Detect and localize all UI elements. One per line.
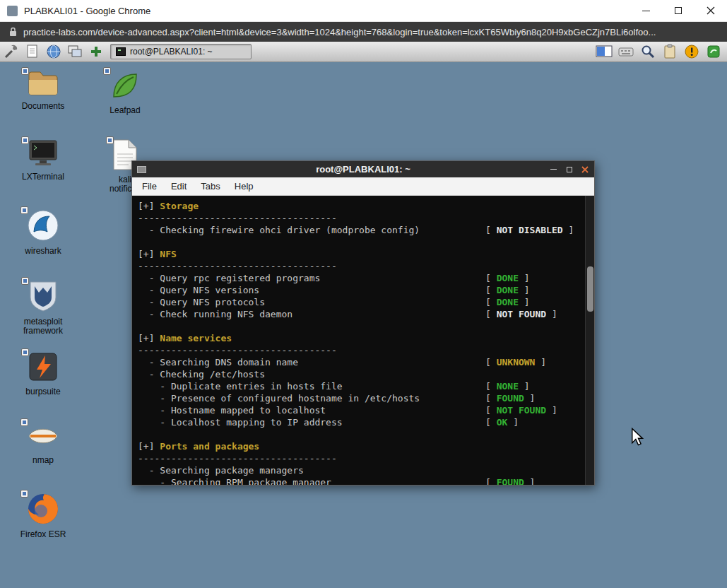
remote-desktop: root@PLABKALI01: ~ (0, 42, 727, 588)
terminal-line: [+] Name services (138, 332, 579, 344)
plus-icon[interactable] (88, 43, 105, 60)
desktop-icon-wireshark[interactable]: wireshark (11, 208, 76, 256)
clipboard-icon[interactable] (661, 43, 678, 60)
close-button[interactable] (695, 0, 727, 21)
desktop-icon-documents[interactable]: Documents (11, 69, 76, 111)
desktop-icon-label: metasploit framework (11, 317, 76, 336)
taskbar-window-button[interactable]: root@PLABKALI01: ~ (110, 44, 252, 59)
desktop-icon-leafpad[interactable]: Leafpad (93, 69, 158, 115)
eye-icon (26, 421, 60, 452)
warning-icon[interactable] (683, 43, 700, 60)
terminal-line: - Hostname mapped to localhost[ NOT FOUN… (138, 404, 579, 416)
shark-fin-icon (26, 208, 60, 242)
menu-edit[interactable]: Edit (164, 178, 194, 194)
terminal-line: - Duplicate entries in hosts file[ NONE … (138, 380, 579, 392)
shortcut-badge-icon (20, 206, 28, 214)
terminal-minimize-button[interactable] (549, 165, 558, 174)
terminal-close-button[interactable] (580, 165, 589, 174)
shortcut-badge-icon (21, 277, 29, 285)
terminal-line: ------------------------------------ (138, 260, 579, 272)
terminal-line: - Searching RPM package manager[ FOUND ] (138, 476, 579, 485)
terminal-line (138, 236, 579, 248)
maximize-button[interactable] (662, 0, 695, 21)
chrome-page-icon (7, 6, 18, 16)
desktop-icon-burpsuite[interactable]: burpsuite (11, 351, 76, 396)
terminal-line: - Presence of configured hostname in /et… (138, 392, 579, 404)
desktop-icon-label: nmap (11, 456, 76, 465)
desktop-icon-metasploit[interactable]: metasploit framework (11, 279, 76, 336)
monitor-icon (27, 139, 59, 168)
desktop-icon-label: Leafpad (93, 106, 158, 115)
terminal-icon (116, 47, 126, 56)
terminal-line: ------------------------------------ (138, 344, 579, 356)
lightning-icon (27, 351, 59, 383)
shortcut-badge-icon (106, 136, 114, 144)
desktop-icon-label: burpsuite (11, 387, 76, 396)
firefox-icon (26, 492, 60, 526)
lock-icon (9, 27, 17, 37)
minimize-button[interactable] (630, 0, 662, 21)
terminal-output[interactable]: [+] Storage-----------------------------… (132, 196, 594, 485)
menu-help[interactable]: Help (227, 178, 261, 194)
terminal-line: - Query rpc registered programs[ DONE ] (138, 272, 579, 284)
desktop-taskbar: root@PLABKALI01: ~ (0, 42, 727, 62)
terminal-window-controls (549, 165, 589, 174)
terminal-line: [+] NFS (138, 248, 579, 260)
display-icon[interactable] (596, 43, 613, 60)
terminal-menubar: File Edit Tabs Help (132, 177, 594, 196)
terminal-titlebar[interactable]: root@PLABKALI01: ~ (132, 161, 594, 177)
mouse-cursor-icon (631, 428, 644, 446)
shortcut-badge-icon (21, 348, 29, 356)
terminal-line: - Query NFS versions[ DONE ] (138, 284, 579, 296)
desktop-icon-label: Documents (11, 102, 76, 111)
shield-icon (27, 279, 59, 313)
connection-icon[interactable] (705, 43, 722, 60)
terminal-line: ------------------------------------ (138, 452, 579, 464)
desktop-icon-firefox[interactable]: Firefox ESR (11, 492, 76, 539)
desktop-icon-lxterminal[interactable]: LXTerminal (11, 139, 76, 182)
web-browser-icon[interactable] (45, 43, 62, 60)
browser-window-title: PLABKALI01 - Google Chrome (24, 6, 150, 16)
browser-titlebar: PLABKALI01 - Google Chrome (0, 0, 727, 22)
magnifier-icon[interactable] (639, 43, 656, 60)
terminal-line (138, 428, 579, 440)
screen: PLABKALI01 - Google Chrome practice-labs… (0, 0, 727, 588)
folder-icon (27, 69, 59, 98)
terminal-title: root@PLABKALI01: ~ (132, 164, 594, 175)
keyboard-icon[interactable] (617, 43, 634, 60)
terminal-window-icon (137, 166, 146, 173)
menu-tabs[interactable]: Tabs (194, 178, 227, 194)
terminal-line: - Localhost mapping to IP address[ OK ] (138, 416, 579, 428)
tools-icon[interactable] (3, 43, 20, 60)
shortcut-badge-icon (21, 136, 29, 144)
shortcut-badge-icon (20, 490, 28, 498)
terminal-line: - Query NFS protocols[ DONE ] (138, 296, 579, 308)
address-bar[interactable]: practice-labs.com/device-advanced.aspx?c… (0, 22, 727, 42)
terminal-maximize-button[interactable] (565, 165, 574, 174)
terminal-window: root@PLABKALI01: ~ File Edit Tabs Help [… (131, 160, 595, 486)
terminal-line: - Searching DNS domain name[ UNKNOWN ] (138, 356, 579, 368)
terminal-line: - Searching package managers (138, 464, 579, 476)
window-controls (630, 0, 727, 21)
menu-file[interactable]: File (135, 178, 164, 194)
taskbar-window-label: root@PLABKALI01: ~ (130, 47, 213, 57)
url-text: practice-labs.com/device-advanced.aspx?c… (23, 27, 656, 37)
system-tray (596, 43, 724, 60)
terminal-scrollbar[interactable] (585, 196, 594, 485)
shortcut-badge-icon (103, 67, 111, 75)
terminal-line (138, 320, 579, 332)
terminal-line: [+] Storage (138, 200, 579, 212)
terminal-line: [+] Ports and packages (138, 440, 579, 452)
desktop-icon-label: wireshark (11, 247, 76, 256)
terminal-line: ------------------------------------ (138, 212, 579, 224)
desktop-icon-nmap[interactable]: nmap (11, 421, 76, 465)
terminal-line: - Checking firewire ohci driver (modprob… (138, 224, 579, 236)
desktop-icon-label: LXTerminal (11, 172, 76, 182)
desktop-icon-label: Firefox ESR (11, 530, 76, 539)
shortcut-badge-icon (20, 418, 28, 426)
file-manager-icon[interactable] (24, 43, 41, 60)
window-list-icon[interactable] (66, 43, 83, 60)
scrollbar-thumb[interactable] (587, 266, 593, 312)
terminal-line: - Check running NFS daemon[ NOT FOUND ] (138, 308, 579, 320)
terminal-text: [+] Storage-----------------------------… (138, 200, 579, 485)
